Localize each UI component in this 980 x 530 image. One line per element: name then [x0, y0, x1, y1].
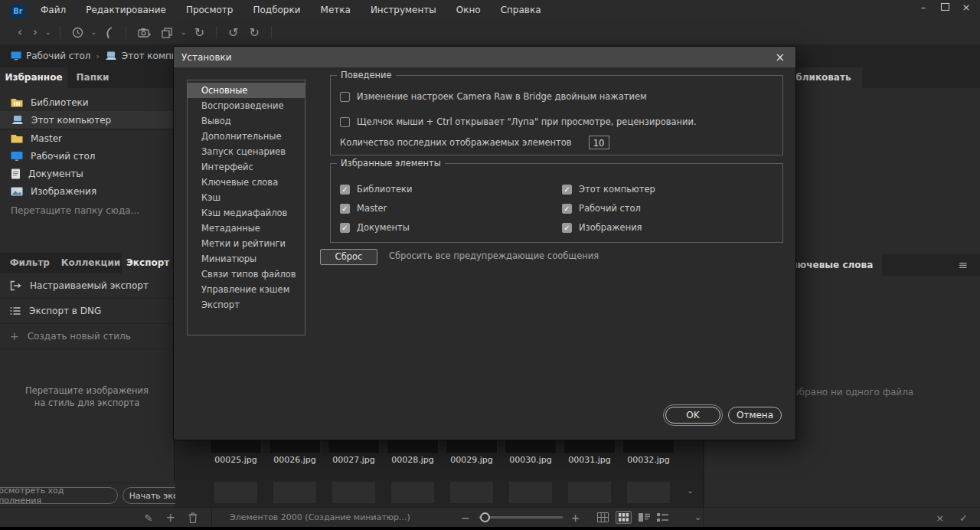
- zoom-slider[interactable]: [479, 516, 563, 519]
- category-media-cache[interactable]: Кэш медиафайлов: [188, 205, 305, 221]
- export-item-new-preset[interactable]: + Создать новый стиль: [0, 324, 174, 349]
- category-advanced[interactable]: Дополнительные: [188, 129, 305, 144]
- export-item-dng[interactable]: Экспорт в DNG: [0, 299, 174, 324]
- dialog-close-icon[interactable]: ×: [772, 51, 788, 64]
- zoom-slider-thumb[interactable]: [480, 512, 490, 522]
- approve-check-icon[interactable]: ✓: [959, 512, 968, 524]
- recent-chevron-down-icon[interactable]: ⌄: [91, 21, 97, 44]
- undo-icon[interactable]: ↺: [228, 21, 238, 44]
- file-label[interactable]: 00029.jpg: [443, 455, 501, 465]
- checkbox-checked[interactable]: ✓: [562, 185, 572, 195]
- get-photos-camera-icon[interactable]: [138, 28, 151, 38]
- rename-chevron-down-icon[interactable]: ⌄: [181, 21, 187, 44]
- forward-icon[interactable]: ›: [33, 21, 38, 44]
- grid-lock-view-icon[interactable]: [597, 512, 609, 522]
- file-label[interactable]: 00026.jpg: [266, 455, 324, 465]
- reject-x-icon[interactable]: ×: [936, 512, 944, 524]
- category-startup-scripts[interactable]: Запуск сценариев: [188, 144, 305, 159]
- thumbnail-placeholder[interactable]: [391, 482, 434, 503]
- menu-label[interactable]: Метка: [311, 0, 361, 21]
- favorite-item-pictures[interactable]: Изображения: [0, 182, 174, 200]
- menu-tools[interactable]: Инструменты: [361, 0, 446, 21]
- file-label[interactable]: 00025.jpg: [207, 455, 265, 465]
- maximize-button[interactable]: [934, 0, 956, 15]
- category-output[interactable]: Вывод: [188, 113, 305, 129]
- checkbox-checked[interactable]: ✓: [340, 223, 350, 233]
- nav-chevron-down-icon[interactable]: ⌄: [45, 21, 51, 44]
- back-icon[interactable]: ‹: [18, 21, 22, 44]
- menu-edit[interactable]: Редактирование: [76, 0, 176, 21]
- view-progress-button[interactable]: Просмотреть ход выполнения: [0, 487, 118, 504]
- breadcrumb-desktop[interactable]: Рабочий стол: [11, 51, 90, 61]
- thumbnail-placeholder[interactable]: [627, 482, 670, 503]
- menu-view[interactable]: Просмотр: [176, 0, 243, 21]
- thumbnail-placeholder[interactable]: [214, 482, 257, 503]
- favorite-item-master[interactable]: Master: [0, 129, 174, 147]
- favorite-item-documents[interactable]: Документы: [0, 165, 174, 182]
- redo-icon[interactable]: ↻: [249, 21, 259, 44]
- category-general[interactable]: Основные: [188, 83, 305, 98]
- return-boomerang-icon[interactable]: [104, 27, 114, 39]
- thumbnail-placeholder[interactable]: [509, 482, 552, 503]
- category-keywords[interactable]: Ключевые слова: [188, 175, 305, 190]
- add-plus-icon[interactable]: +: [165, 511, 175, 525]
- tab-favorites[interactable]: Избранное: [0, 67, 67, 88]
- category-thumbnails[interactable]: Миниатюры: [188, 251, 305, 267]
- tab-filter[interactable]: Фильтр: [0, 253, 60, 273]
- thumbnail-placeholder[interactable]: [568, 482, 611, 503]
- category-playback[interactable]: Воспроизведение: [188, 98, 305, 113]
- category-labels-ratings[interactable]: Метки и рейтинги: [188, 236, 305, 251]
- tab-collections[interactable]: Коллекции: [60, 253, 122, 273]
- dialog-titlebar[interactable]: Установки ×: [174, 47, 795, 67]
- category-metadata[interactable]: Метаданные: [188, 221, 305, 236]
- view-options-chevron-icon[interactable]: ⌄: [694, 508, 701, 527]
- list-view-icon[interactable]: [657, 513, 668, 522]
- category-export[interactable]: Экспорт: [188, 297, 305, 312]
- category-file-type-assoc[interactable]: Связи типов файлов: [188, 267, 305, 282]
- favorite-item-libraries[interactable]: Библиотеки: [0, 93, 174, 111]
- trash-icon[interactable]: [188, 512, 198, 523]
- reset-button[interactable]: Сброс: [320, 249, 377, 265]
- file-label[interactable]: 00027.jpg: [325, 455, 383, 465]
- minimize-button[interactable]: –: [913, 0, 934, 15]
- thumbnail-placeholder[interactable]: [273, 482, 316, 503]
- export-item-custom[interactable]: Настраиваемый экспорт: [0, 273, 174, 299]
- menu-stacks[interactable]: Подборки: [243, 0, 310, 21]
- scroll-down-chevron-icon[interactable]: ⌄: [687, 486, 694, 496]
- checkbox-checked[interactable]: ✓: [340, 204, 350, 214]
- recent-files-clock-icon[interactable]: [72, 27, 83, 38]
- batch-rename-copy-icon[interactable]: [162, 28, 173, 38]
- zoom-out-icon[interactable]: −: [461, 512, 470, 524]
- menu-file[interactable]: Файл: [31, 0, 76, 21]
- checkbox-unchecked[interactable]: [340, 117, 350, 127]
- menu-window[interactable]: Окно: [446, 0, 491, 21]
- tab-folders[interactable]: Папки: [67, 67, 118, 88]
- ok-button[interactable]: OK: [665, 407, 720, 424]
- checkbox-unchecked[interactable]: [340, 92, 350, 102]
- refresh-sync-icon[interactable]: ↻: [194, 21, 204, 44]
- thumbnail-placeholder[interactable]: [450, 482, 493, 503]
- file-label[interactable]: 00028.jpg: [384, 455, 442, 465]
- close-button[interactable]: ×: [956, 0, 977, 15]
- category-cache[interactable]: Кэш: [188, 190, 305, 205]
- thumbnail-placeholder[interactable]: [332, 482, 375, 503]
- checkbox-checked[interactable]: ✓: [562, 223, 572, 233]
- tab-export[interactable]: Экспорт: [122, 253, 174, 273]
- file-label[interactable]: 00032.jpg: [619, 455, 678, 465]
- file-label[interactable]: 00030.jpg: [501, 455, 560, 465]
- favorite-item-computer[interactable]: Этот компьютер: [0, 111, 174, 129]
- details-view-icon[interactable]: [639, 513, 650, 522]
- panel-menu-hamburger-icon[interactable]: ≡: [958, 258, 968, 272]
- recent-items-input[interactable]: 10: [589, 136, 609, 149]
- menu-help[interactable]: Справка: [491, 0, 551, 21]
- edit-pencil-icon[interactable]: ✎: [145, 512, 153, 524]
- cancel-button[interactable]: Отмена: [728, 407, 782, 424]
- favorite-item-desktop[interactable]: Рабочий стол: [0, 147, 174, 165]
- file-label[interactable]: 00031.jpg: [560, 455, 619, 465]
- zoom-in-icon[interactable]: +: [571, 512, 580, 524]
- thumbnail-view-icon[interactable]: [616, 511, 632, 524]
- category-cache-management[interactable]: Управление кэшем: [188, 282, 305, 297]
- checkbox-checked[interactable]: ✓: [340, 185, 350, 195]
- checkbox-checked[interactable]: ✓: [562, 204, 572, 214]
- category-interface[interactable]: Интерфейс: [188, 159, 305, 175]
